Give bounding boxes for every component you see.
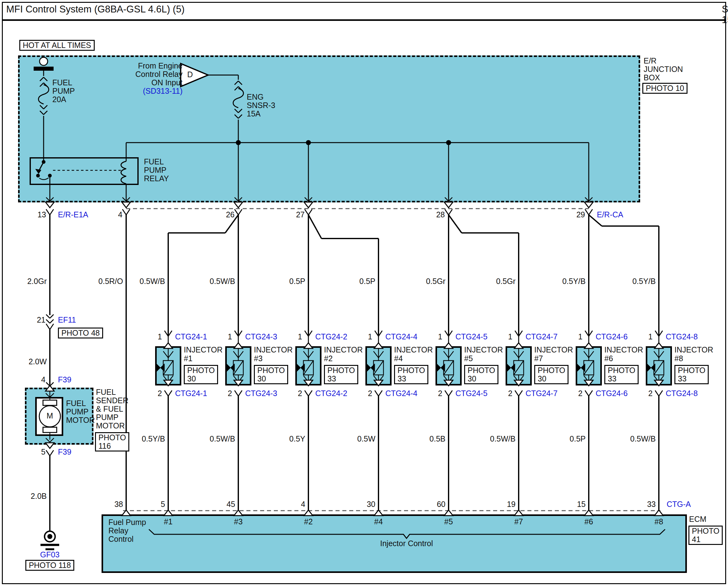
f39-connector-name: F39 [58,448,71,456]
ecm-injector-pin-label: #7 [514,517,523,526]
injector-connector-name: CTG24-2 [315,389,347,398]
injector-photo: PHOTO 33 [604,365,639,384]
injector-pin-number: 2 [158,389,162,398]
er-pin-number: 27 [296,211,305,219]
wire-gauge-label: 0.5W/B [490,435,516,443]
er-pin-number: 28 [436,211,445,219]
wire-gauge-label: 0.5Gr [426,277,445,286]
ecm-injector-pin-label: #6 [584,517,593,526]
injector-connector-name: CTG24-4 [385,389,417,398]
wire-gauge-label: 2.0Gr [27,277,47,286]
injector-connector-name: CTG24-6 [596,389,628,398]
ground-photo: PHOTO 118 [25,560,74,571]
injector-connector-name: CTG24-5 [456,332,488,341]
motor-m-letter: M [47,411,53,420]
injector-pin-number: 1 [158,332,162,341]
ecm-injector-pin-label: #1 [164,517,173,526]
er-junction-box-photo: PHOTO 10 [642,83,687,94]
ecm-photo: PHOTO 41 [688,526,723,545]
er-pin-number: 13 [37,211,46,219]
wire-gauge-label: 0.5P [360,277,375,286]
hot-at-all-times-label: HOT AT ALL TIMES [19,40,95,51]
engine-control-relay-ref: (SD313-11) [143,87,183,95]
injector-connector-name: CTG24-4 [385,332,417,341]
ecm-pin-number: 33 [647,500,656,508]
ecm-injector-pin-label: #5 [444,517,453,526]
injector-connector-name: CTG24-3 [245,332,277,341]
ecm-injector-control-label: Injector Control [380,539,433,548]
er-junction-box-label: E/R JUNCTION BOX [644,57,683,82]
wire-gauge-label: 0.5Gr [496,277,516,286]
ef11-photo: PHOTO 48 [58,327,103,339]
injector-title: INJECTOR [184,346,223,354]
ecm-pin-number: 15 [577,500,586,508]
fuse-eng-snsr-label: ENG SNSR-3 15A [247,93,276,118]
f39-pin-number: 4 [41,375,46,384]
wire-gauge-label: 0.5Y/B [562,277,586,286]
ecm-pin-number: 5 [161,500,165,508]
wire-gauge-label: 0.5W/B [210,277,235,286]
injector-pin-number: 1 [648,332,653,341]
injector-photo: PHOTO 33 [394,365,428,384]
f39-pin-number: 5 [41,448,46,456]
injector-pin-number: 2 [368,389,372,398]
injector-title: INJECTOR [604,346,643,354]
ecm-name-label: ECM [689,515,706,524]
ecm-pin-number: 45 [227,500,235,508]
er-pin-number: 26 [226,211,235,219]
ecm-injector-pin-label: #2 [304,517,313,526]
ecm-injector-pin-label: #8 [654,517,663,526]
wire-gauge-label: 2.0W [29,357,47,366]
ecm-connector-name: CTG-A [667,500,691,508]
fuel-pump-relay-label: FUEL PUMP RELAY [144,158,169,183]
injector-connector-name: CTG24-7 [525,332,557,341]
injector-title: INJECTOR [464,346,503,354]
injector-photo: PHOTO 33 [674,365,709,384]
injector-connector-name: CTG24-1 [175,389,207,398]
injector-pin-number: 1 [368,332,372,341]
injector-number: #2 [324,354,333,363]
injector-pin-number: 2 [228,389,232,398]
injector-connector-name: CTG24-6 [596,332,628,341]
wire-gauge-label: 0.5Y/B [142,435,165,443]
injector-connector-name: CTG24-3 [245,389,277,398]
fuse-fuel-pump-label: FUEL PUMP 20A [52,78,75,104]
wire-gauge-label: 0.5W [357,435,375,443]
ecm-pin-number: 30 [367,500,375,508]
injector-title: INJECTOR [674,346,713,354]
injector-title: INJECTOR [534,346,573,354]
injector-pin-number: 1 [298,332,302,341]
injector-number: #5 [464,354,473,363]
injector-number: #3 [254,354,263,363]
injector-title: INJECTOR [324,346,363,354]
ecm-injector-pin-label: #3 [234,517,243,526]
injector-photo: PHOTO 30 [254,365,288,384]
injector-connector-name: CTG24-1 [175,332,207,341]
ecm-pin-number: 4 [301,500,305,508]
injector-pin-number: 1 [438,332,442,341]
wiring-diagram-page: MFI Control System (G8BA-GSL 4.6L) (5) S… [0,0,728,586]
injector-number: #1 [184,354,192,363]
injector-pin-number: 2 [508,389,513,398]
er-pin-number: 4 [118,211,123,219]
injector-connector-name: CTG24-8 [666,389,698,398]
labels-layer: HOT AT ALL TIMES E/R JUNCTION BOX PHOTO … [0,0,728,586]
injector-photo: PHOTO 30 [184,365,218,384]
injector-connector-name: CTG24-5 [456,389,488,398]
fuel-pump-motor-label: FUEL PUMP MOTOR [66,399,95,424]
wire-gauge-label: 0.5P [289,277,305,286]
ecm-injector-pin-label: #4 [374,517,383,526]
wire-gauge-label: 0.5Y/B [632,277,656,286]
injector-pin-number: 1 [508,332,513,341]
f39-connector-name: F39 [58,375,71,384]
fuel-pump-motor-photo: PHOTO 116 [95,432,129,452]
injector-photo: PHOTO 30 [534,365,569,384]
injector-pin-number: 1 [228,332,232,341]
wire-gauge-label: 0.5Y [289,435,305,443]
ecm-pin-number: 38 [114,500,123,508]
wire-gauge-label: 0.5P [570,435,586,443]
ecm-pin-number: 60 [437,500,445,508]
wire-gauge-label: 0.5R/O [99,277,123,286]
injector-number: #7 [534,354,543,363]
injector-connector-name: CTG24-2 [315,332,347,341]
